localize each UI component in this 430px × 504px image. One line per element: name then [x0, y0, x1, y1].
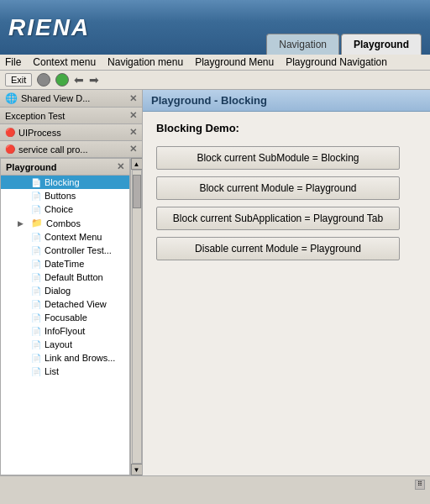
tree-item-datetime[interactable]: 📄 DateTime — [1, 257, 129, 270]
page-icon-default-button: 📄 — [31, 273, 41, 282]
tree-header-label: Playground — [6, 162, 57, 172]
statusbar: ⠿ — [0, 475, 430, 492]
tree-item-controller-test[interactable]: 📄 Controller Test... — [1, 244, 129, 257]
menu-navigation[interactable]: Navigation menu — [108, 56, 183, 68]
tree-label-infoflyout: InfoFlyout — [45, 326, 85, 336]
menu-file[interactable]: File — [5, 56, 21, 68]
tree-header: Playground ✕ — [1, 159, 129, 176]
tree-item-detached-view[interactable]: 📄 Detached View — [1, 297, 129, 311]
page-icon-buttons: 📄 — [31, 192, 41, 201]
page-icon-choice: 📄 — [31, 205, 41, 214]
page-icon-detached-view: 📄 — [31, 300, 41, 309]
scroll-thumb[interactable] — [133, 175, 141, 208]
page-icon-controller-test: 📄 — [31, 246, 41, 255]
tree-label-layout: Layout — [45, 339, 72, 349]
block-module-button[interactable]: Block current Module = Playground — [156, 176, 400, 200]
header-tabs: Navigation Playground — [266, 34, 422, 55]
tab-uiprocess-label: UIProcess — [18, 128, 61, 138]
menu-playground[interactable]: Playground Menu — [195, 56, 274, 68]
right-panel: Playground - Blocking Blocking Demo: Blo… — [143, 90, 430, 475]
menubar: File Context menu Navigation menu Playgr… — [0, 55, 430, 71]
tree-label-datetime: DateTime — [45, 259, 84, 269]
tree-item-context-menu[interactable]: 📄 Context Menu — [1, 230, 129, 244]
tree-item-link-browse[interactable]: 📄 Link and Brows... — [1, 351, 129, 365]
folder-icon-combos: 📁 — [31, 218, 43, 228]
tree-label-default-button: Default Button — [45, 272, 103, 282]
close-tree[interactable]: ✕ — [117, 161, 124, 172]
tree-item-list[interactable]: 📄 List — [1, 365, 129, 378]
app-header: RIENA Navigation Playground — [0, 0, 430, 55]
tree-label-blocking: Blocking — [45, 177, 80, 187]
disable-module-button[interactable]: Disable current Module = Playground — [156, 237, 400, 260]
tab-exception-label: Exception Test — [5, 111, 65, 121]
page-icon-focusable: 📄 — [31, 313, 41, 323]
tree-item-default-button[interactable]: 📄 Default Button — [1, 270, 129, 284]
tree-item-focusable[interactable]: 📄 Focusable — [1, 311, 129, 324]
left-panel: 🌐 Shared View D... ✕ Exception Test ✕ 🔴 … — [0, 90, 143, 475]
tree-label-detached-view: Detached View — [45, 299, 107, 309]
page-icon-infoflyout: 📄 — [31, 327, 41, 336]
page-icon-blocking: 📄 — [31, 178, 41, 187]
page-icon-layout: 📄 — [31, 340, 41, 349]
tab-shared-view[interactable]: 🌐 Shared View D... ✕ — [0, 90, 142, 108]
app-logo: RIENA — [8, 14, 90, 41]
service-call-icon: 🔴 — [5, 144, 15, 154]
close-shared-view[interactable]: ✕ — [129, 93, 137, 104]
tree-panel: Playground ✕ 📄 Blocking 📄 Buttons 📄 Choi — [0, 158, 130, 475]
tree-item-combos[interactable]: ▶ 📁 Combos — [1, 216, 129, 230]
tab-service-label: service call pro... — [18, 144, 88, 155]
exit-button[interactable]: Exit — [5, 73, 32, 87]
tree-label-context-menu: Context Menu — [45, 232, 102, 242]
globe-icon: 🌐 — [5, 92, 18, 104]
toolbar: Exit ⬅ ➡ — [0, 71, 430, 90]
scroll-down-button[interactable]: ▼ — [131, 464, 143, 475]
page-icon-list: 📄 — [31, 367, 41, 376]
content-title: Playground - Blocking — [143, 90, 430, 112]
tree-label-combos: Combos — [46, 218, 81, 228]
uiprocess-icon: 🔴 — [5, 128, 15, 137]
tree-item-infoflyout[interactable]: 📄 InfoFlyout — [1, 324, 129, 338]
scroll-up-button[interactable]: ▲ — [131, 158, 143, 170]
tree-item-layout[interactable]: 📄 Layout — [1, 338, 129, 351]
resize-grip[interactable]: ⠿ — [415, 480, 425, 490]
tab-playground[interactable]: Playground — [341, 34, 422, 55]
go-button[interactable] — [55, 73, 69, 87]
nav-forward-icon[interactable]: ➡ — [89, 73, 99, 87]
tree-label-focusable: Focusable — [45, 312, 87, 323]
page-icon-link-browse: 📄 — [31, 354, 41, 363]
close-exception[interactable]: ✕ — [129, 110, 137, 121]
page-icon-dialog: 📄 — [31, 286, 41, 296]
block-subapplication-button[interactable]: Block current SubApplication = Playgroun… — [156, 207, 400, 230]
tree-item-blocking[interactable]: 📄 Blocking — [1, 176, 129, 189]
tab-service-call[interactable]: 🔴 service call pro... ✕ — [0, 141, 142, 158]
tab-uiprocess[interactable]: 🔴 UIProcess ✕ — [0, 124, 142, 141]
menu-playground-nav[interactable]: Playground Navigation — [286, 56, 387, 68]
tree-label-list: List — [45, 366, 59, 376]
close-uiprocess[interactable]: ✕ — [129, 127, 137, 138]
nav-back-icon[interactable]: ⬅ — [74, 73, 84, 87]
page-icon-datetime: 📄 — [31, 260, 41, 269]
menu-context[interactable]: Context menu — [33, 56, 96, 68]
main-layout: 🌐 Shared View D... ✕ Exception Test ✕ 🔴 … — [0, 90, 430, 475]
tree-label-dialog: Dialog — [45, 286, 71, 296]
tree-scrollbar[interactable]: ▲ ▼ — [130, 158, 142, 475]
block-submodule-button[interactable]: Block current SubModule = Blocking — [156, 146, 400, 170]
expand-combos: ▶ — [18, 219, 28, 228]
stop-button[interactable] — [37, 73, 50, 87]
tab-exception-test[interactable]: Exception Test ✕ — [0, 108, 142, 124]
tree-label-controller-test: Controller Test... — [45, 245, 112, 255]
content-body: Blocking Demo: Block current SubModule =… — [143, 112, 430, 475]
tree-label-choice: Choice — [45, 204, 73, 214]
close-service-call[interactable]: ✕ — [129, 144, 137, 155]
tree-item-choice[interactable]: 📄 Choice — [1, 202, 129, 216]
scroll-track[interactable] — [132, 170, 142, 464]
page-icon-context-menu: 📄 — [31, 233, 41, 242]
tree-label-buttons: Buttons — [45, 191, 76, 201]
tab-navigation[interactable]: Navigation — [266, 34, 339, 55]
content-label: Blocking Demo: — [156, 122, 417, 134]
tree-label-link-browse: Link and Brows... — [45, 353, 115, 363]
tree-item-dialog[interactable]: 📄 Dialog — [1, 284, 129, 297]
tree-item-buttons[interactable]: 📄 Buttons — [1, 189, 129, 202]
tab-shared-label: Shared View D... — [21, 93, 90, 103]
